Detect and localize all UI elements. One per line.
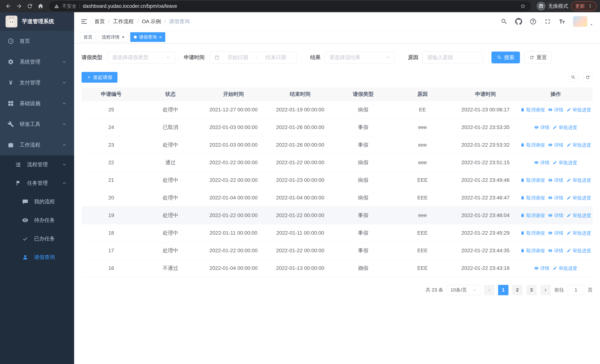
bookmark-star-icon[interactable] [520,3,526,9]
app-logo-image [6,16,18,28]
cell-id: 24 [82,118,141,136]
action-label: 详情 [554,177,563,183]
table-row: 17处理中2022-01-22 00:00:002022-01-22 00:00… [82,242,593,259]
approval-progress-link[interactable]: 审批进度 [567,142,591,148]
sidebar-item-my-process[interactable]: 我的流程 [0,192,74,211]
approval-progress-link[interactable]: 审批进度 [567,212,591,218]
cancel-leave-link[interactable]: 取消请假 [520,248,545,254]
next-page-button[interactable] [540,285,551,295]
page-size-select[interactable]: 10条/页 [447,285,480,295]
cancel-leave-link[interactable]: 取消请假 [520,212,545,218]
detail-link[interactable]: 详情 [548,107,563,113]
action-label: 取消请假 [526,107,545,113]
sidebar-item-home[interactable]: 首页 [0,31,74,52]
detail-link[interactable]: 详情 [548,212,563,218]
table-tools [569,73,593,82]
view-icon [548,107,553,112]
detail-link[interactable]: 详情 [534,265,549,271]
cancel-leave-link[interactable]: 取消请假 [520,107,545,113]
sidebar-item-label: 研发工具 [20,121,40,128]
sidebar-item-system[interactable]: 系统管理 [0,52,74,72]
tab-home[interactable]: 首页 [80,32,96,42]
refresh-table-icon[interactable] [583,73,593,82]
reset-button[interactable]: 重置 [525,52,552,63]
cell-reason: eee [393,118,452,136]
leave-type-select[interactable]: 请选择请假类型 [107,52,175,63]
calendar-icon [214,55,220,60]
detail-link[interactable]: 详情 [534,159,549,166]
table-row: 16不通过2022-01-04 00:00:002022-01-13 00:00… [82,259,593,277]
breadcrumb-separator: / [164,19,166,24]
cancel-leave-link[interactable]: 取消请假 [520,195,545,201]
close-icon[interactable]: × [159,35,162,39]
cancel-leave-link[interactable]: 取消请假 [520,230,545,236]
approval-progress-link[interactable]: 审批进度 [553,159,577,166]
view-icon [548,231,553,235]
page-button-3[interactable]: 3 [526,285,537,295]
sidebar-item-payment[interactable]: ¥ 支付管理 [0,72,74,93]
approval-progress-link[interactable]: 审批进度 [567,107,591,113]
user-menu[interactable] [573,16,594,27]
browser-refresh-button[interactable] [25,1,35,11]
flag-icon [15,180,21,187]
reason-input[interactable] [423,52,483,63]
leave-table-body: 25处理中2021-12-27 00:00:002022-01-19 00:00… [82,101,593,277]
detail-link[interactable]: 详情 [548,177,563,183]
cell-end: 2022-01-23 00:00:00 [267,171,334,189]
browser-menu-icon[interactable] [588,4,593,9]
sidebar-item-process-management[interactable]: 流程管理 [0,155,74,174]
font-size-icon[interactable] [559,18,565,25]
cell-end: 2022-01-26 00:00:00 [267,118,334,136]
page-button-1[interactable]: 1 [498,285,508,295]
action-label: 审批进度 [559,265,577,271]
result-select[interactable]: 请选择流结果 [325,52,395,63]
browser-home-button[interactable] [36,1,46,11]
sidebar-item-devtools[interactable]: 研发工具 [0,114,74,135]
page-button-2[interactable]: 2 [512,285,523,295]
close-icon[interactable]: × [122,35,124,39]
detail-link[interactable]: 详情 [548,248,563,254]
hamburger-icon[interactable] [80,18,88,25]
leave-table-head: 申请编号状态开始时间结束时间请假类型原因申请时间操作 [82,87,593,101]
tab-leave-query[interactable]: 请假查询 × [130,32,165,42]
approval-progress-link[interactable]: 审批进度 [567,195,591,201]
help-icon[interactable] [530,18,537,25]
breadcrumb-home[interactable]: 首页 [94,18,105,25]
detail-link[interactable]: 详情 [534,124,549,131]
apply-time-range-picker[interactable]: 开始日期 - 结束日期 [210,52,297,63]
github-icon[interactable] [515,18,522,25]
search-icon[interactable] [501,18,508,25]
address-bar[interactable]: 不安全 dashboard.yudao.iocoder.cn/bpm/oa/le… [49,1,531,11]
user-avatar[interactable] [573,16,587,27]
cancel-leave-link[interactable]: 取消请假 [520,177,545,183]
cell-end: 2022-01-22 00:00:00 [267,206,334,224]
approval-progress-link[interactable]: 审批进度 [553,124,577,131]
detail-link[interactable]: 详情 [548,142,563,148]
goto-page-input[interactable] [568,285,584,295]
browser-back-button[interactable] [3,1,13,11]
cancel-leave-link[interactable]: 取消请假 [520,142,545,148]
sidebar-item-done-tasks[interactable]: 已办任务 [0,229,74,248]
action-label: 详情 [554,195,563,201]
search-button[interactable]: 搜索 [491,52,520,63]
approval-progress-link[interactable]: 审批进度 [567,248,591,254]
approval-progress-link[interactable]: 审批进度 [567,230,591,236]
detail-link[interactable]: 详情 [548,230,563,236]
approval-progress-link[interactable]: 审批进度 [553,265,577,271]
fullscreen-icon[interactable] [544,18,551,25]
chrome-update-button[interactable]: 更新 [571,1,597,11]
result-placeholder: 请选择流结果 [329,54,360,61]
approval-progress-link[interactable]: 审批进度 [567,177,591,183]
browser-forward-button[interactable] [14,1,24,11]
sidebar-item-workflow[interactable]: 工作流程 [0,135,74,155]
edit-icon [567,178,571,182]
sidebar-item-leave-query[interactable]: 请假查询 [0,248,74,267]
sidebar-item-infrastructure[interactable]: 基础设施 [0,93,74,114]
sidebar-item-task-management[interactable]: 任务管理 [0,174,74,192]
toggle-search-icon[interactable] [569,73,578,82]
detail-link[interactable]: 详情 [548,195,563,201]
prev-page-button[interactable] [484,285,494,295]
create-leave-button[interactable]: 发起请假 [82,72,117,83]
tab-process-detail[interactable]: 流程详情 × [98,32,128,42]
sidebar-item-todo-tasks[interactable]: 待办任务 [0,211,74,229]
